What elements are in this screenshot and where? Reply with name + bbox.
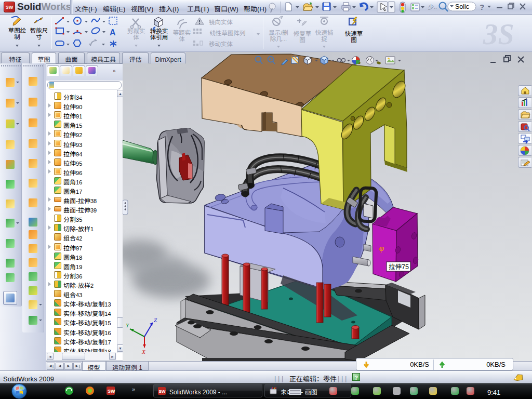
svg-text:X: X (141, 349, 146, 355)
svg-text:?: ? (480, 3, 484, 11)
svg-text:Solic: Solic (455, 3, 469, 10)
svg-text:SW: SW (159, 388, 166, 394)
svg-text:φ: φ (379, 244, 384, 253)
svg-text:A: A (110, 28, 116, 37)
svg-text:SW: SW (108, 389, 115, 394)
svg-text:少..: 少.. (428, 4, 437, 10)
svg-text:»: » (132, 386, 135, 392)
svg-text:Z: Z (154, 317, 157, 323)
svg-text:Y: Y (126, 322, 130, 328)
